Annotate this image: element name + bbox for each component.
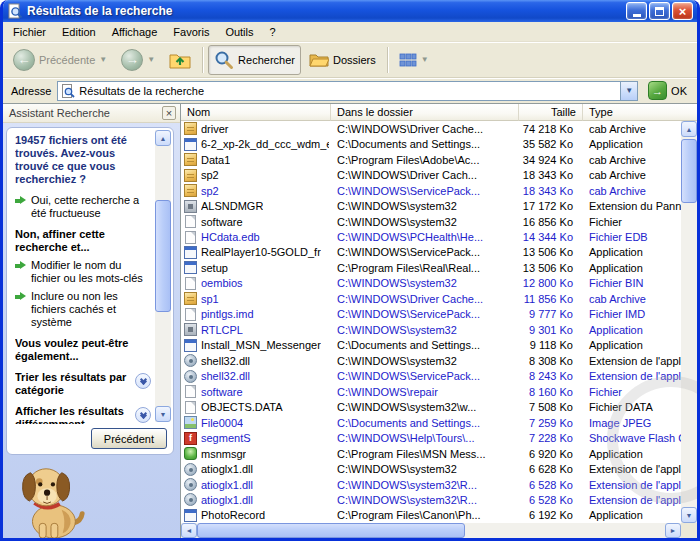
search-window-icon — [7, 3, 23, 19]
file-row[interactable]: atioglx1.dll C:\WINDOWS\system32 6 628 K… — [181, 461, 681, 476]
file-row[interactable]: shell32.dll C:\WINDOWS\system32 8 308 Ko… — [181, 353, 681, 368]
panel-close-button[interactable]: × — [162, 106, 176, 120]
file-name-cell: RTLCPL — [181, 322, 331, 337]
dll-gear-icon — [184, 493, 197, 506]
option-modify-filename[interactable]: Modifier le nom du fichier ou les mots-c… — [15, 259, 151, 285]
column-header-nom[interactable]: Nom — [181, 104, 331, 121]
file-row[interactable]: HCdata.edb C:\WINDOWS\PCHealth\He... 14 … — [181, 229, 681, 244]
menu-item-fichier[interactable]: Fichier — [5, 24, 54, 40]
go-button[interactable]: → OK — [644, 81, 691, 100]
file-row[interactable]: PhotoRecord C:\Program Files\Canon\Ph...… — [181, 508, 681, 523]
file-row[interactable]: sp2 C:\WINDOWS\ServicePack... 18 343 Ko … — [181, 183, 681, 198]
file-row[interactable]: software C:\WINDOWS\system32 16 856 Ko F… — [181, 214, 681, 229]
file-size-cell: 34 924 Ko — [519, 152, 583, 167]
file-row[interactable]: 6-2_xp-2k_dd_ccc_wdm_enu... C:\Documents… — [181, 136, 681, 151]
search-button[interactable]: Rechercher — [208, 45, 301, 75]
scroll-left-arrow[interactable]: ◄ — [181, 523, 197, 538]
option-include-hidden[interactable]: Inclure ou non les fichiers cachés et sy… — [15, 290, 151, 329]
column-header-dossier[interactable]: Dans le dossier — [331, 104, 519, 121]
file-type-cell: Extension de l'applic... — [583, 353, 681, 368]
panel-title: Assistant Recherche — [9, 107, 110, 119]
green-arrow-icon — [15, 196, 26, 205]
file-row[interactable]: pintlgs.imd C:\WINDOWS\ServicePack... 9 … — [181, 307, 681, 322]
chevron-down-icon[interactable] — [135, 407, 151, 423]
scroll-up-arrow[interactable]: ▲ — [155, 130, 171, 146]
file-row[interactable]: msnmsgr C:\Program Files\MSN Mess... 6 9… — [181, 446, 681, 461]
scroll-down-arrow[interactable]: ▼ — [155, 406, 171, 422]
file-row[interactable]: File0004 C:\Documents and Settings... 7 … — [181, 415, 681, 430]
application-icon — [184, 339, 197, 352]
file-row[interactable]: sp1 C:\WINDOWS\Driver Cache... 11 856 Ko… — [181, 291, 681, 306]
file-row[interactable]: setup C:\Program Files\Real\Real... 13 5… — [181, 260, 681, 275]
generic-file-icon — [185, 277, 196, 290]
menu-item-affichage[interactable]: Affichage — [104, 24, 166, 40]
folders-label: Dossiers — [333, 54, 376, 66]
file-row[interactable]: software C:\WINDOWS\repair 8 160 Ko Fich… — [181, 384, 681, 399]
application-icon — [184, 138, 197, 151]
file-row[interactable]: Data1 C:\Program Files\Adobe\Ac... 34 92… — [181, 152, 681, 167]
vertical-scrollbar[interactable]: ▲ ▼ — [681, 121, 697, 523]
file-row[interactable]: ALSNDMGR C:\WINDOWS\system32 17 172 Ko E… — [181, 198, 681, 213]
previous-button[interactable]: Précédent — [91, 428, 167, 449]
file-row[interactable]: RTLCPL C:\WINDOWS\system32 9 301 Ko Appl… — [181, 322, 681, 337]
magnifier-icon — [214, 50, 234, 70]
panel-scrollbar[interactable]: ▲ ▼ — [155, 130, 171, 422]
search-options-card: 19457 fichiers ont été trouvés. Avez-vou… — [6, 127, 174, 455]
green-arrow-icon — [15, 292, 26, 301]
minimize-button[interactable] — [626, 2, 647, 20]
views-button[interactable]: ▼ — [393, 45, 435, 75]
file-row[interactable]: atioglx1.dll C:\WINDOWS\system32\R... 6 … — [181, 477, 681, 492]
file-folder-cell: C:\WINDOWS\PCHealth\He... — [331, 229, 519, 244]
file-size-cell: 7 259 Ko — [519, 415, 583, 430]
application-icon — [184, 246, 197, 259]
file-name-cell: segmentS — [181, 430, 331, 445]
menu-item-favoris[interactable]: Favoris — [165, 24, 217, 40]
chevron-down-icon[interactable] — [135, 373, 151, 389]
forward-button[interactable]: → ▼ — [115, 45, 161, 75]
scroll-down-arrow[interactable]: ▼ — [681, 507, 697, 523]
close-icon: × — [679, 4, 687, 19]
menu-item-edition[interactable]: Edition — [54, 24, 104, 40]
file-name: shell32.dll — [201, 355, 250, 367]
file-row[interactable]: Install_MSN_Messenger C:\Documents and S… — [181, 338, 681, 353]
file-row[interactable]: sp2 C:\WINDOWS\Driver Cach... 18 343 Ko … — [181, 167, 681, 182]
rover-dog-mascot[interactable] — [11, 459, 89, 538]
file-row[interactable]: atioglx1.dll C:\WINDOWS\system32\R... 6 … — [181, 492, 681, 507]
close-button[interactable]: × — [672, 2, 693, 20]
scroll-right-arrow[interactable]: ► — [665, 523, 681, 538]
file-row[interactable]: OBJECTS.DATA C:\WINDOWS\system32\w... 7 … — [181, 399, 681, 414]
file-type-cell: Application — [583, 338, 681, 353]
column-header-taille[interactable]: Taille — [519, 104, 583, 121]
scroll-thumb[interactable] — [681, 139, 697, 203]
up-button[interactable] — [163, 45, 197, 75]
scroll-thumb[interactable] — [197, 523, 465, 538]
file-folder-cell: C:\WINDOWS\ServicePack... — [331, 183, 519, 198]
option-search-successful[interactable]: Oui, cette recherche a été fructueuse — [15, 194, 151, 220]
scroll-thumb[interactable] — [155, 200, 171, 312]
file-row[interactable]: segmentS C:\WINDOWS\Help\Tours\... 7 228… — [181, 430, 681, 445]
maximize-button[interactable] — [649, 2, 670, 20]
file-row[interactable]: oembios C:\WINDOWS\system32 12 800 Ko Fi… — [181, 276, 681, 291]
file-row[interactable]: shell32.dll C:\WINDOWS\ServicePack... 8 … — [181, 369, 681, 384]
file-row[interactable]: driver C:\WINDOWS\Driver Cache... 74 218… — [181, 121, 681, 136]
column-header-type[interactable]: Type — [583, 104, 697, 121]
address-dropdown-button[interactable]: ▼ — [620, 82, 637, 100]
file-folder-cell: C:\WINDOWS\ServicePack... — [331, 245, 519, 260]
menu-item-outils[interactable]: Outils — [217, 24, 261, 40]
scroll-up-arrow[interactable]: ▲ — [681, 121, 697, 137]
file-size-cell: 35 582 Ko — [519, 136, 583, 151]
file-type-cell: Extension de l'applic... — [583, 369, 681, 384]
file-row[interactable]: RealPlayer10-5GOLD_fr C:\WINDOWS\Service… — [181, 245, 681, 260]
horizontal-scrollbar[interactable]: ◄ ► — [181, 523, 681, 538]
file-size-cell: 6 528 Ko — [519, 477, 583, 492]
file-name-cell: PhotoRecord — [181, 508, 331, 523]
menu-bar: Fichier Edition Affichage Favoris Outils… — [3, 22, 697, 42]
address-combo[interactable]: Résultats de la recherche ▼ — [57, 81, 638, 101]
back-button[interactable]: ← Précédente ▼ — [7, 45, 113, 75]
menu-item-aide[interactable]: ? — [262, 24, 284, 40]
file-type-cell: Application — [583, 136, 681, 151]
folders-button[interactable]: Dossiers — [303, 45, 382, 75]
titlebar[interactable]: Résultats de la recherche × — [3, 0, 697, 22]
option-display-results[interactable]: Afficher les résultats différemment — [15, 405, 151, 424]
option-sort-results[interactable]: Trier les résultats par catégorie — [15, 371, 151, 397]
